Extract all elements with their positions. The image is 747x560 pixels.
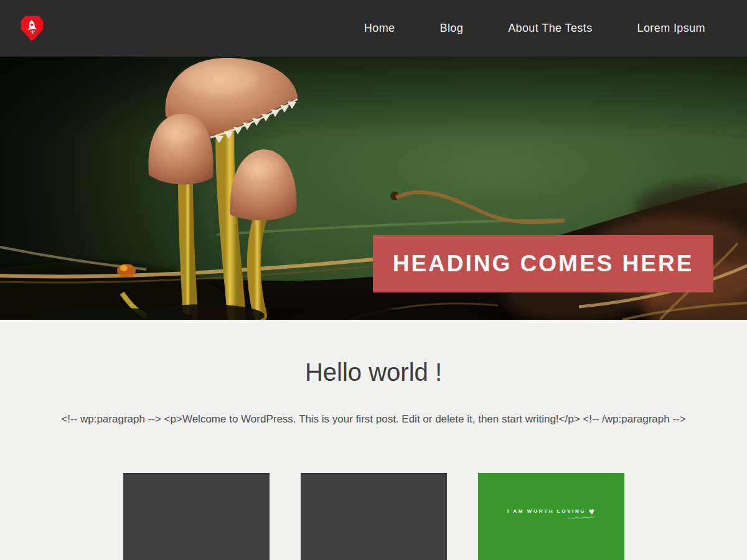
green-card-caption: I AM WORTH LOVING ♥ — [507, 508, 594, 514]
nav-item-about-the-tests[interactable]: About The Tests — [508, 22, 592, 35]
nav-item-home[interactable]: Home — [364, 22, 395, 35]
gallery-image-placeholder-1[interactable] — [123, 473, 270, 560]
gallery: I AM WORTH LOVING ♥ — [123, 473, 624, 560]
signature-scribble-icon — [567, 515, 594, 521]
green-card-caption-text: I AM WORTH LOVING — [507, 508, 586, 514]
hero-heading-banner: HEADING COMES HERE — [373, 235, 713, 292]
hero-heading-text: HEADING COMES HERE — [393, 251, 694, 277]
site-header: Home Blog About The Tests Lorem Ipsum — [0, 0, 747, 57]
main-nav: Home Blog About The Tests Lorem Ipsum — [364, 22, 705, 35]
rocket-logo-icon[interactable] — [21, 16, 44, 41]
mushroom-stem-right — [254, 213, 261, 315]
gallery-image-placeholder-2[interactable] — [301, 473, 447, 560]
gallery-image-green[interactable]: I AM WORTH LOVING ♥ — [478, 473, 624, 560]
hero: HEADING COMES HERE — [0, 57, 747, 320]
mushroom-stem-left — [186, 179, 190, 315]
nav-item-lorem-ipsum[interactable]: Lorem Ipsum — [637, 22, 705, 35]
nav-item-blog[interactable]: Blog — [439, 22, 463, 35]
post-title: Hello world ! — [0, 360, 747, 385]
heart-icon: ♥ — [589, 508, 595, 514]
content: Hello world ! <!-- wp:paragraph --> <p>W… — [0, 360, 747, 560]
post-paragraph: <!-- wp:paragraph --> <p>Welcome to Word… — [44, 413, 703, 426]
